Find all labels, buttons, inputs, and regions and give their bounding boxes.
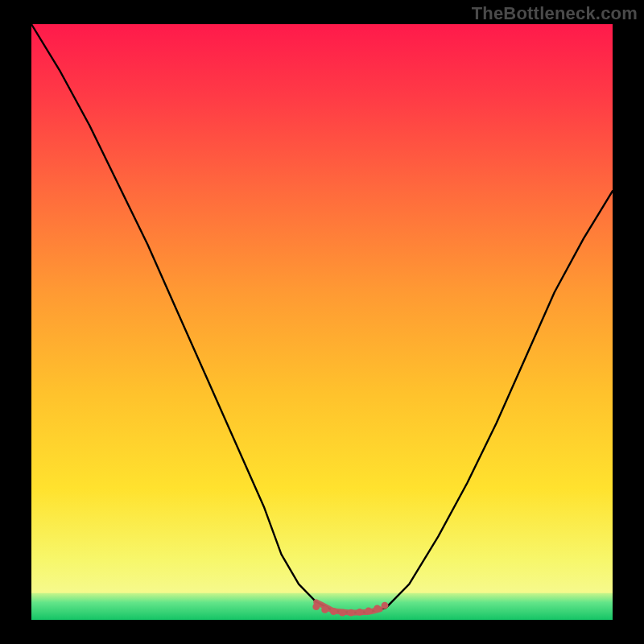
- chart-frame: TheBottleneck.com: [0, 0, 644, 644]
- trough-dot: [374, 605, 381, 613]
- trough-dot: [321, 606, 328, 613]
- bottleneck-chart: [0, 0, 644, 644]
- gradient-background: [31, 24, 613, 620]
- trough-dot: [339, 609, 346, 617]
- trough-dot: [348, 609, 355, 617]
- trough-dot: [330, 608, 337, 615]
- trough-dot: [365, 608, 372, 615]
- plot-area: [31, 24, 613, 620]
- trough-dot: [312, 603, 320, 610]
- trough-dot: [382, 602, 389, 609]
- watermark-text: TheBottleneck.com: [472, 3, 638, 24]
- trough-dot: [357, 609, 364, 616]
